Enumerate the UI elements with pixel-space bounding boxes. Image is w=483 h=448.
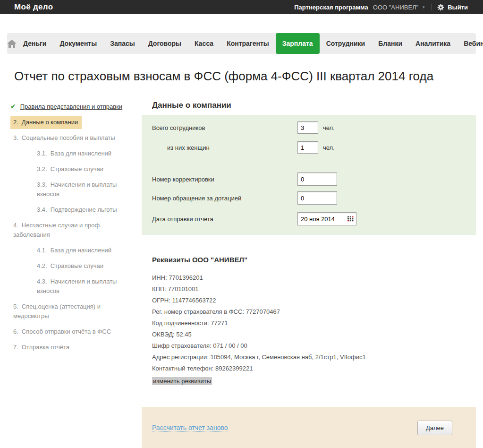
step-label: Начисления и выплаты взносов — [37, 278, 117, 294]
correction-number-label: Номер корректировки — [152, 176, 297, 183]
company-selector[interactable]: ООО "АНИВЕЛ" — [373, 4, 418, 11]
input-wrap — [297, 212, 356, 225]
gear-icon[interactable] — [437, 4, 444, 11]
sidebar-item-accidents-cases[interactable]: 4.2.Страховые случаи — [34, 259, 107, 273]
sidebar-item-company-data[interactable]: 2.Данные о компании — [10, 116, 82, 129]
sidebar-row: 6.Способ отправки отчёта в ФСС — [7, 325, 142, 338]
unit-label: чел. — [323, 124, 335, 131]
step-label: Подтверждение льготы — [51, 206, 117, 213]
section-title: Данные о компании — [152, 101, 476, 110]
sidebar-item-rules[interactable]: ✔Правила представления и отправки — [10, 100, 126, 113]
requisites-title: Реквизиты ООО "АНИВЕЛ" — [152, 256, 476, 264]
sidebar-row: 3.2.Страховые случаи — [7, 163, 142, 176]
tab-cash[interactable]: Касса — [188, 33, 220, 54]
report-send-date-label: Дата отправки отчета — [152, 215, 297, 223]
logout-button[interactable]: Выйти — [448, 4, 468, 11]
checkmark-icon: ✔ — [10, 103, 16, 110]
step-number: 6. — [13, 328, 18, 335]
next-button[interactable]: Далее — [417, 421, 452, 435]
tab-salary[interactable]: Зарплата — [276, 33, 320, 54]
step-number: 3.3. — [37, 181, 47, 188]
page-title: Отчет по страховым взносам в ФСС (форма … — [7, 69, 476, 84]
topbar-right: Партнерская программа ООО "АНИВЕЛ" ▼ Вый… — [294, 4, 468, 11]
divider — [431, 4, 432, 10]
correction-number-input[interactable] — [297, 172, 337, 186]
unit-label: чел. — [323, 144, 335, 151]
step-label: Начисления и выплаты взносов — [37, 181, 117, 198]
sidebar-item-send-report[interactable]: 7.Отправка отчёта — [10, 341, 73, 354]
sidebar-row: 3.1.База для начислений — [7, 147, 142, 160]
recalculate-report-link[interactable]: Рассчитать отчет заново — [152, 424, 228, 432]
sidebar-row: 4.Несчастные случаи и проф. заболевания — [7, 219, 142, 241]
step-label: База для начислений — [51, 247, 111, 254]
requisite-line: Рег. номер страхователя в ФСС: 772707046… — [152, 306, 476, 318]
employees-women-label: из них женщин — [152, 144, 297, 151]
step-label: Способ отправки отчёта в ФСС — [22, 328, 111, 335]
step-number: 4.1. — [37, 247, 47, 254]
sidebar-item-social-privilege[interactable]: 3.4.Подтверждение льготы — [34, 203, 121, 216]
sidebar-item-accidents-accruals[interactable]: 4.3.Начисления и выплаты взносов — [34, 275, 142, 298]
sidebar-item-social-benefits[interactable]: 3.Социальные пособия и выплаты — [10, 131, 119, 145]
partner-program-link[interactable]: Партнерская программа — [294, 4, 368, 11]
sidebar-row: ✔Правила представления и отправки — [7, 100, 142, 113]
tab-forms[interactable]: Бланки — [372, 33, 409, 54]
sidebar-item-social-cases[interactable]: 3.2.Страховые случаи — [34, 163, 107, 176]
sidebar-item-accidents[interactable]: 4.Несчастные случаи и проф. заболевания — [10, 219, 142, 241]
step-label: Спец.оценка (аттестация) и медосмотры — [13, 303, 101, 319]
sidebar-item-assessment[interactable]: 5.Спец.оценка (аттестация) и медосмотры — [10, 300, 142, 323]
tab-contracts[interactable]: Договоры — [142, 33, 188, 54]
edit-requisites-link[interactable]: изменить реквизиты — [152, 377, 212, 385]
step-number: 2. — [13, 119, 18, 126]
step-number: 4. — [13, 222, 18, 229]
employees-women-input[interactable] — [297, 141, 318, 154]
employees-total-input[interactable] — [297, 121, 318, 134]
requisite-line: Контактный телефон: 89262399221 — [152, 363, 476, 374]
sidebar-row: 4.1.База для начислений — [7, 244, 142, 257]
step-label: Страховые случаи — [51, 165, 103, 172]
step-label: Отправка отчёта — [22, 344, 69, 351]
tab-money[interactable]: Деньги — [17, 33, 53, 54]
step-label: Несчастные случаи и проф. заболевания — [13, 222, 102, 238]
form-row: из них женщинчел. — [152, 141, 466, 154]
step-number: 4.2. — [37, 262, 47, 269]
step-number: 3.1. — [37, 150, 47, 157]
step-number: 7. — [13, 344, 18, 351]
sidebar-row: 3.Социальные пособия и выплаты — [7, 131, 142, 145]
subsidy-request-number-label: Номер обращения за дотацией — [152, 195, 297, 202]
sidebar-row: 2.Данные о компании — [7, 116, 142, 129]
sidebar-row: 3.4.Подтверждение льготы — [7, 203, 142, 216]
content-layout: ✔Правила представления и отправки2.Данны… — [7, 95, 476, 448]
step-label: База для начислений — [51, 150, 111, 157]
sidebar-item-send-method[interactable]: 6.Способ отправки отчёта в ФСС — [10, 325, 115, 338]
tab-analytics[interactable]: Аналитика — [409, 33, 457, 54]
tab-stock[interactable]: Запасы — [103, 33, 142, 54]
form-row: Всего сотрудниковчел. — [152, 121, 466, 134]
tab-employees[interactable]: Сотрудники — [320, 33, 372, 54]
sidebar-item-social-base[interactable]: 3.1.База для начислений — [34, 147, 115, 160]
input-wrap — [297, 172, 337, 186]
tab-counterparties[interactable]: Контрагенты — [220, 33, 276, 54]
requisite-line: Код подчиненности: 77271 — [152, 318, 476, 329]
tab-documents[interactable]: Документы — [53, 33, 103, 54]
requisite-line: ОГРН: 1147746563722 — [152, 295, 476, 306]
requisite-line: ИНН: 7701396201 — [152, 272, 476, 284]
home-icon[interactable] — [7, 33, 17, 54]
step-number: 3. — [13, 134, 18, 141]
step-label: Данные о компании — [22, 119, 78, 126]
form-row: Дата отправки отчета — [152, 212, 466, 225]
main-column: Данные о компании Всего сотрудниковчел.и… — [142, 95, 476, 448]
company-data-panel: Всего сотрудниковчел.из них женщинчел.Но… — [142, 115, 476, 235]
sidebar-item-social-accruals[interactable]: 3.3.Начисления и выплаты взносов — [34, 178, 142, 201]
subsidy-request-number-input[interactable] — [297, 191, 337, 205]
step-label: Правила представления и отправки — [20, 103, 122, 110]
calendar-icon[interactable] — [347, 216, 354, 222]
sidebar-item-accidents-base[interactable]: 4.1.База для начислений — [34, 244, 115, 257]
main-nav: ДеньгиДокументыЗапасыДоговорыКассаКонтра… — [7, 33, 476, 54]
steps-sidebar: ✔Правила представления и отправки2.Данны… — [7, 95, 142, 356]
step-number: 3.2. — [37, 165, 47, 172]
app-logo[interactable]: Моё дело — [14, 2, 53, 12]
sidebar-row: 4.2.Страховые случаи — [7, 259, 142, 273]
top-bar: Моё дело Партнерская программа ООО "АНИВ… — [0, 0, 483, 14]
input-wrap — [297, 121, 318, 134]
tab-webinars[interactable]: Вебинары — [457, 33, 483, 54]
